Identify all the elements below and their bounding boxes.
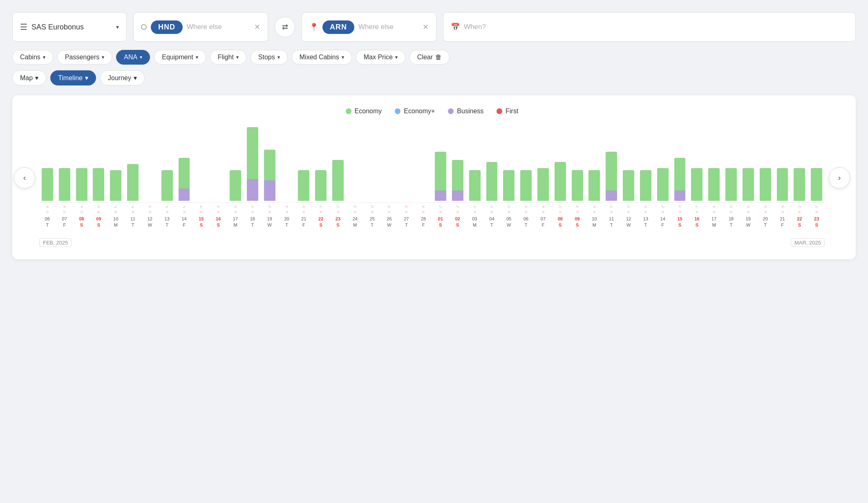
bar-col-26[interactable] [484,127,500,201]
max-price-filter[interactable]: Max Price ▾ [356,50,405,65]
bar-col-41[interactable] [740,127,756,201]
date-col-9[interactable]: 15S [193,216,209,229]
bar-col-35[interactable] [638,127,654,201]
bar-col-1[interactable] [56,127,73,201]
passengers-filter[interactable]: Passengers ▾ [57,50,112,65]
bar-col-3[interactable] [90,127,107,201]
date-col-35[interactable]: 13T [638,216,654,229]
bar-col-5[interactable] [125,127,141,201]
next-button[interactable]: › [829,167,850,189]
bar-col-32[interactable] [586,127,603,201]
prev-button[interactable]: ‹ [14,167,35,189]
destination-selector[interactable]: 📍 ARN Where else ✕ [302,12,436,42]
origin-clear-icon[interactable]: ✕ [254,22,260,31]
date-col-19[interactable]: 25T [364,216,380,229]
date-col-17[interactable]: 23S [330,216,346,229]
bar-col-13[interactable] [262,127,278,201]
bar-col-22[interactable] [415,127,432,201]
bar-col-25[interactable] [467,127,483,201]
bar-col-21[interactable] [398,127,414,201]
date-col-11[interactable]: 17M [227,216,244,229]
date-col-12[interactable]: 18T [244,216,261,229]
swap-button[interactable]: ⇄ [275,17,295,37]
date-col-4[interactable]: 10M [107,216,124,229]
date-col-44[interactable]: 22S [791,216,808,229]
bar-col-34[interactable] [620,127,637,201]
date-col-38[interactable]: 16S [689,216,705,229]
bar-col-29[interactable] [535,127,551,201]
date-col-8[interactable]: 14F [176,216,192,229]
date-col-41[interactable]: 19W [740,216,756,229]
bar-col-6[interactable] [142,127,158,201]
date-col-29[interactable]: 07F [535,216,551,229]
bar-col-0[interactable] [39,127,56,201]
bar-col-15[interactable] [295,127,312,201]
bar-col-42[interactable] [757,127,774,201]
bar-col-27[interactable] [501,127,517,201]
bar-col-39[interactable] [706,127,722,201]
bar-col-44[interactable] [791,127,808,201]
date-col-28[interactable]: 06T [518,216,534,229]
date-col-18[interactable]: 24M [347,216,363,229]
bar-col-4[interactable] [107,127,124,201]
program-selector[interactable]: ☰ SAS Eurobonus ▾ [12,12,127,42]
date-col-43[interactable]: 21F [774,216,791,229]
bar-col-43[interactable] [774,127,791,201]
bar-col-11[interactable] [227,127,244,201]
date-col-33[interactable]: 11T [603,216,620,229]
date-col-14[interactable]: 20T [279,216,295,229]
date-col-23[interactable]: 01S [432,216,449,229]
bar-col-30[interactable] [552,127,568,201]
date-col-45[interactable]: 23S [808,216,825,229]
stops-filter[interactable]: Stops ▾ [251,50,288,65]
bar-col-17[interactable] [330,127,346,201]
date-col-22[interactable]: 28F [415,216,432,229]
timeline-view-button[interactable]: Timeline ▾ [50,70,96,85]
destination-clear-icon[interactable]: ✕ [423,22,429,31]
date-col-31[interactable]: 09S [569,216,586,229]
ana-filter[interactable]: ANA ▾ [116,50,150,65]
bar-col-9[interactable] [193,127,209,201]
bar-col-12[interactable] [244,127,261,201]
date-col-40[interactable]: 18T [723,216,739,229]
cabins-filter[interactable]: Cabins ▾ [12,50,53,65]
clear-filter[interactable]: Clear 🗑 [409,50,450,65]
bar-col-23[interactable] [432,127,449,201]
bar-col-14[interactable] [279,127,295,201]
date-col-6[interactable]: 12W [142,216,158,229]
calendar-selector[interactable]: 📅 When? [443,12,856,42]
bar-col-24[interactable] [450,127,466,201]
bar-col-37[interactable] [672,127,688,201]
bar-col-2[interactable] [74,127,90,201]
bar-col-8[interactable] [176,127,192,201]
journey-view-button[interactable]: Journey ▾ [100,70,145,85]
date-col-20[interactable]: 26W [381,216,398,229]
date-col-3[interactable]: 09S [90,216,107,229]
bar-col-7[interactable] [159,127,175,201]
date-col-13[interactable]: 19W [262,216,278,229]
date-col-32[interactable]: 10M [586,216,603,229]
origin-selector[interactable]: HND Where else ✕ [133,12,268,42]
date-col-37[interactable]: 15S [672,216,688,229]
date-col-42[interactable]: 20T [757,216,774,229]
bar-col-10[interactable] [210,127,226,201]
date-col-7[interactable]: 13T [159,216,175,229]
bar-col-33[interactable] [603,127,620,201]
date-col-36[interactable]: 14F [655,216,671,229]
date-col-34[interactable]: 12W [620,216,637,229]
flight-filter[interactable]: Flight ▾ [210,50,246,65]
mixed-cabins-filter[interactable]: Mixed Cabins ▾ [292,50,352,65]
bar-col-38[interactable] [689,127,705,201]
bar-col-20[interactable] [381,127,398,201]
date-col-27[interactable]: 05W [501,216,517,229]
bar-col-28[interactable] [518,127,534,201]
date-col-16[interactable]: 22S [313,216,329,229]
map-view-button[interactable]: Map ▾ [12,70,46,85]
equipment-filter[interactable]: Equipment ▾ [154,50,206,65]
date-col-24[interactable]: 02S [450,216,466,229]
bar-col-19[interactable] [364,127,380,201]
date-col-5[interactable]: 11T [125,216,141,229]
bar-col-16[interactable] [313,127,329,201]
bar-col-18[interactable] [347,127,363,201]
date-col-21[interactable]: 27T [398,216,414,229]
